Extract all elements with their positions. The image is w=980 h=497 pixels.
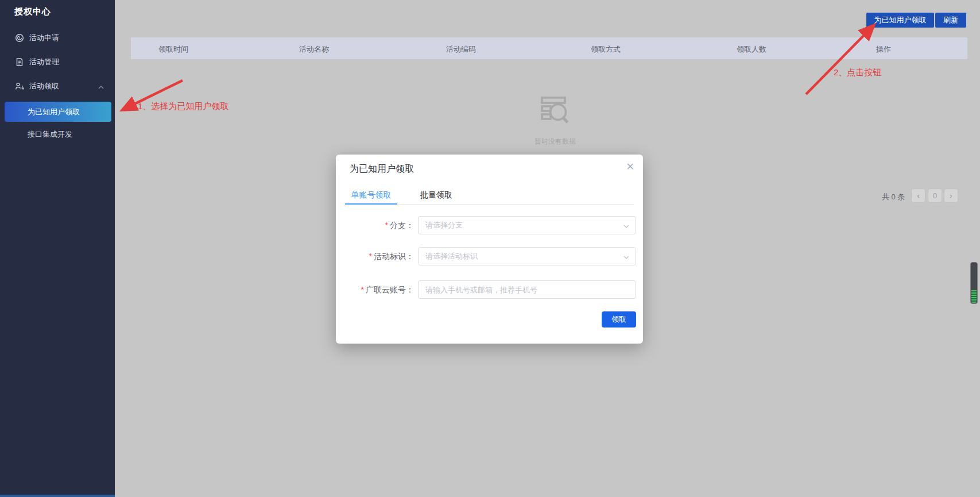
branch-label: *分支：: [336, 221, 414, 231]
required-asterisk: *: [385, 221, 388, 230]
chevron-down-icon: [623, 222, 630, 231]
pagination-page-button[interactable]: 0: [928, 188, 942, 203]
column-activity-code: 活动编码: [446, 44, 476, 55]
form-row-glodon-account: *广联云账号：: [336, 280, 643, 299]
pagination-total: 共 0 条: [882, 192, 905, 202]
form-row-branch: *分支： 请选择分支: [336, 216, 643, 234]
activity-id-label: *活动标识：: [336, 252, 414, 262]
column-claim-method: 领取方式: [591, 44, 621, 55]
column-activity-name: 活动名称: [299, 44, 329, 55]
sidebar-item-activity-manage[interactable]: 活动管理: [0, 50, 115, 74]
refresh-button[interactable]: 刷新: [935, 13, 966, 28]
sidebar-bottom-accent: [0, 495, 115, 497]
scrollbar-thumb[interactable]: [970, 262, 978, 304]
sidebar-item-label: 活动管理: [29, 57, 59, 67]
modal-tab-bar: 单账号领取 批量领取: [345, 187, 634, 205]
pagination-prev-button[interactable]: ‹: [911, 188, 925, 203]
tab-batch-claim[interactable]: 批量领取: [415, 190, 458, 201]
required-asterisk: *: [369, 252, 372, 261]
chevron-down-icon: [623, 253, 630, 262]
activity-id-select[interactable]: 请选择活动标识: [418, 247, 636, 265]
annotation-step2-text: 2、点击按钮: [834, 67, 881, 78]
modal-title: 为已知用户领取: [350, 163, 414, 175]
close-icon[interactable]: ×: [626, 160, 634, 173]
column-claim-count: 领取人数: [737, 44, 766, 55]
glodon-account-label: *广联云账号：: [336, 285, 414, 295]
column-actions: 操作: [876, 44, 891, 55]
empty-state-text: 暂时没有数据: [520, 137, 590, 147]
sidebar: 授权中心 活动申请 活动管理 活动领取 为已知用户领取 接口集成开发: [0, 0, 115, 497]
active-tab-underline: [345, 203, 397, 205]
chevron-right-icon: ›: [950, 191, 952, 200]
glodon-account-input[interactable]: [418, 280, 636, 299]
sidebar-item-activity-apply[interactable]: 活动申请: [0, 26, 115, 50]
pagination-next-button[interactable]: ›: [944, 188, 958, 203]
empty-search-icon: [539, 94, 570, 129]
sidebar-subitem-label: 为已知用户领取: [28, 107, 80, 117]
annotation-step1-text: 1、选择为已知用户领取: [138, 101, 228, 112]
document-icon: [15, 57, 24, 67]
chevron-left-icon: ‹: [917, 191, 919, 200]
app-title: 授权中心: [14, 6, 51, 17]
sidebar-item-activity-claim[interactable]: 活动领取: [0, 74, 115, 98]
chevron-up-icon[interactable]: [98, 83, 104, 92]
form-row-activity-id: *活动标识： 请选择活动标识: [336, 247, 643, 265]
sidebar-item-label: 活动领取: [29, 81, 59, 91]
table-header-row: 领取时间 活动名称 活动编码 领取方式 领取人数 操作: [131, 37, 967, 59]
scrollbar-stripes: [971, 290, 977, 303]
branch-select[interactable]: 请选择分支: [418, 216, 636, 234]
column-claim-time: 领取时间: [158, 44, 188, 55]
required-asterisk: *: [361, 285, 364, 294]
user-chart-icon: [15, 82, 24, 91]
sidebar-subitem-claim-known-user[interactable]: 为已知用户领取: [5, 102, 111, 122]
sidebar-subitem-api-integration[interactable]: 接口集成开发: [0, 125, 115, 144]
activity-id-select-placeholder: 请选择活动标识: [425, 251, 478, 261]
compass-icon: [15, 33, 24, 43]
claim-for-known-user-button[interactable]: 为已知用户领取: [866, 13, 934, 28]
sidebar-subitem-label: 接口集成开发: [28, 129, 72, 140]
claim-known-user-modal: 为已知用户领取 × 单账号领取 批量领取 *分支： 请选择分支 *活动标识： 请…: [336, 155, 643, 344]
sidebar-item-label: 活动申请: [29, 33, 59, 43]
branch-select-placeholder: 请选择分支: [425, 220, 463, 230]
tab-single-account-claim[interactable]: 单账号领取: [345, 190, 397, 201]
claim-submit-button[interactable]: 领取: [602, 311, 636, 328]
